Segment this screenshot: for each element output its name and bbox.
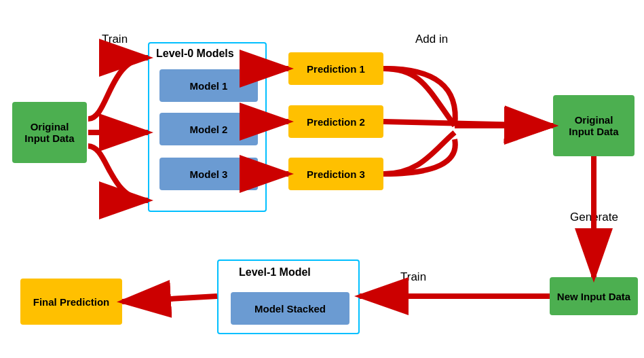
original-input-box: Original Input Data (12, 102, 87, 163)
prediction3-box: Prediction 3 (288, 158, 383, 190)
level1-label: Level-1 Model (239, 266, 311, 279)
new-input-label: New Input Data (557, 291, 630, 302)
prediction1-box: Prediction 1 (288, 52, 383, 85)
train2-label: Train (400, 270, 426, 284)
final-prediction-box: Final Prediction (20, 279, 122, 325)
add-in-label: Add in (415, 33, 448, 46)
generate-label: Generate (570, 211, 618, 224)
model2-box: Model 2 (159, 113, 258, 145)
model3-box: Model 3 (159, 158, 258, 190)
model-stacked-box: Model Stacked (231, 292, 349, 325)
final-prediction-label: Final Prediction (33, 296, 110, 308)
original-input2-label: Original Input Data (569, 114, 618, 137)
original-input2-box: Original Input Data (553, 95, 634, 156)
model1-box: Model 1 (159, 69, 258, 102)
diagram: Original Input Data Train Level-0 Models… (0, 0, 644, 358)
original-input-label: Original Input Data (24, 121, 74, 144)
prediction2-box: Prediction 2 (288, 105, 383, 138)
svg-line-9 (122, 296, 217, 302)
new-input-box: New Input Data (550, 277, 638, 315)
level0-label: Level-0 Models (156, 48, 234, 60)
train-label: Train (102, 33, 128, 46)
svg-line-5 (383, 122, 553, 126)
level0-container: Level-0 Models Model 1 Model 2 Model 3 (148, 42, 267, 212)
level1-container: Level-1 Model Model Stacked (217, 259, 360, 334)
